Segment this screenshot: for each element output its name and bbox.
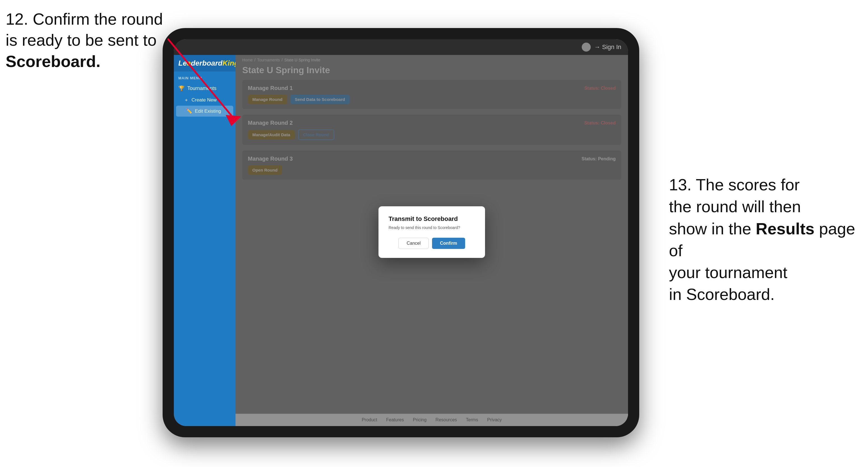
round-3-card: Manage Round 3 Status: Pending Open Roun…	[242, 151, 621, 180]
round-2-header: Manage Round 2 Status: Closed	[248, 120, 616, 126]
page-header: State U Spring Invite	[236, 65, 628, 80]
instruction-right-bold: Results	[756, 219, 815, 238]
round-1-manage-button[interactable]: Manage Round	[248, 95, 287, 104]
footer-terms[interactable]: Terms	[466, 417, 478, 423]
instruction-right-line2: the round will then	[669, 197, 801, 216]
instruction-right-line3: show in the	[669, 219, 751, 238]
modal-title: Transmit to Scoreboard	[389, 215, 475, 223]
round-3-open-button[interactable]: Open Round	[248, 165, 282, 175]
app-footer: Product Features Pricing Resources Terms…	[236, 414, 628, 426]
plus-icon: ＋	[184, 97, 189, 103]
footer-pricing[interactable]: Pricing	[413, 417, 427, 423]
round-2-title: Manage Round 2	[248, 120, 293, 126]
logo-text: LeaderboardKing	[178, 59, 239, 67]
round-2-audit-button[interactable]: Manage/Audit Data	[248, 130, 294, 139]
round-1-card: Manage Round 1 Status: Closed Manage Rou…	[242, 80, 621, 109]
breadcrumb-current: State U Spring Invite	[284, 58, 320, 62]
breadcrumb-home[interactable]: Home	[242, 58, 253, 62]
sidebar: LeaderboardKing MAIN MENU 🏆 Tournaments …	[174, 55, 236, 426]
sidebar-item-create-new[interactable]: ＋ Create New	[174, 94, 236, 106]
round-2-actions: Manage/Audit Data Close Round	[248, 129, 616, 140]
breadcrumb: Home / Tournaments / State U Spring Invi…	[236, 55, 628, 65]
breadcrumb-tournaments[interactable]: Tournaments	[257, 58, 280, 62]
round-2-status: Status: Closed	[584, 121, 616, 126]
sidebar-logo: LeaderboardKing	[174, 55, 236, 71]
sidebar-item-edit-existing[interactable]: ✏️ Edit Existing	[176, 106, 233, 117]
round-2-close-button[interactable]: Close Round	[298, 129, 334, 140]
instruction-right-line1: 13. The scores for	[669, 176, 800, 194]
footer-privacy[interactable]: Privacy	[487, 417, 502, 423]
edit-icon: ✏️	[186, 108, 192, 114]
signin-button[interactable]: → Sign In	[594, 43, 621, 51]
modal-subtitle: Ready to send this round to Scoreboard?	[389, 225, 475, 230]
modal-cancel-button[interactable]: Cancel	[398, 238, 429, 249]
trophy-icon: 🏆	[178, 85, 184, 91]
top-bar: → Sign In	[174, 39, 628, 55]
instruction-line3: Scoreboard.	[6, 52, 100, 70]
sidebar-item-tournaments[interactable]: 🏆 Tournaments	[174, 83, 236, 94]
transmit-modal: Transmit to Scoreboard Ready to send thi…	[378, 206, 485, 258]
round-2-card: Manage Round 2 Status: Closed Manage/Aud…	[242, 115, 621, 145]
round-1-title: Manage Round 1	[248, 85, 293, 91]
round-3-title: Manage Round 3	[248, 156, 293, 162]
tablet-screen: → Sign In LeaderboardKing MAIN MENU 🏆 To…	[174, 39, 628, 426]
app-body: LeaderboardKing MAIN MENU 🏆 Tournaments …	[174, 55, 628, 426]
avatar	[582, 42, 591, 52]
instruction-right-line5: your tournament	[669, 263, 787, 281]
instruction-right: 13. The scores for the round will then s…	[669, 174, 860, 306]
round-3-status: Status: Pending	[582, 156, 616, 161]
round-1-header: Manage Round 1 Status: Closed	[248, 85, 616, 91]
footer-product[interactable]: Product	[362, 417, 377, 423]
round-3-header: Manage Round 3 Status: Pending	[248, 156, 616, 162]
instruction-line1: 12. Confirm the round	[6, 10, 163, 28]
instruction-top: 12. Confirm the round is ready to be sen…	[6, 8, 163, 72]
page-title: State U Spring Invite	[242, 65, 621, 75]
sidebar-create-label: Create New	[191, 97, 217, 103]
footer-resources[interactable]: Resources	[435, 417, 457, 423]
round-1-send-scoreboard-button[interactable]: Send Data to Scoreboard	[290, 95, 350, 104]
sidebar-tournaments-label: Tournaments	[187, 86, 216, 91]
tablet-device: → Sign In LeaderboardKing MAIN MENU 🏆 To…	[163, 28, 639, 437]
sidebar-section-label: MAIN MENU	[174, 71, 236, 83]
round-1-status: Status: Closed	[584, 86, 616, 91]
footer-features[interactable]: Features	[386, 417, 404, 423]
round-1-actions: Manage Round Send Data to Scoreboard	[248, 95, 616, 104]
instruction-line2: is ready to be sent to	[6, 31, 156, 49]
modal-confirm-button[interactable]: Confirm	[432, 238, 465, 249]
sidebar-edit-label: Edit Existing	[195, 108, 221, 114]
round-3-actions: Open Round	[248, 165, 616, 175]
modal-actions: Cancel Confirm	[389, 238, 475, 249]
instruction-right-line6: in Scoreboard.	[669, 285, 775, 303]
main-content: Home / Tournaments / State U Spring Invi…	[236, 55, 628, 426]
